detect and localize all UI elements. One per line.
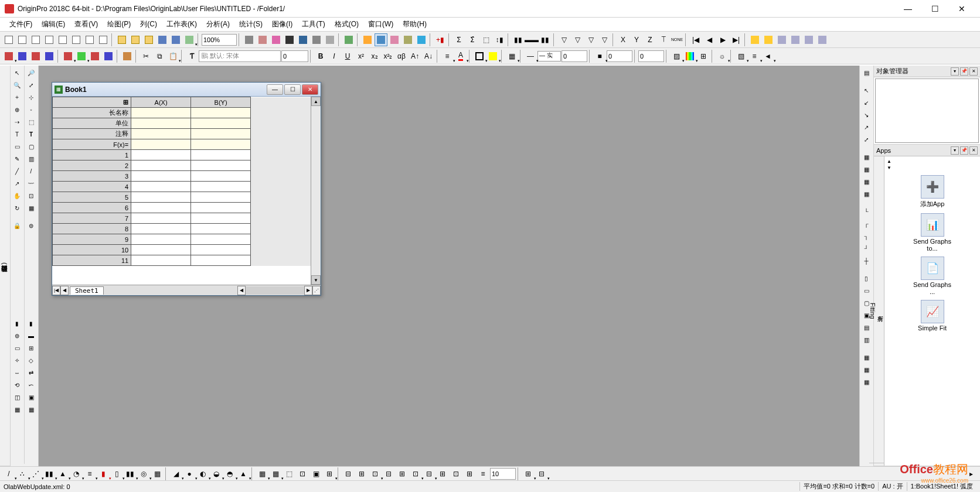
- conditional-icon[interactable]: ▽: [584, 33, 597, 46]
- wrap-icon[interactable]: ⊞: [697, 50, 710, 63]
- object-manager-body[interactable]: [875, 78, 979, 143]
- rescale-icon[interactable]: ⤢: [25, 79, 37, 91]
- data-cell[interactable]: [131, 182, 191, 192]
- rank-icon[interactable]: ↕▮: [493, 33, 506, 46]
- gtool16-icon[interactable]: ▦: [25, 404, 37, 415]
- line-icon[interactable]: /: [25, 165, 37, 177]
- gtool8-icon[interactable]: ▦: [11, 404, 23, 415]
- arrow-tool-icon[interactable]: ↗: [11, 177, 23, 189]
- row-header[interactable]: 6: [53, 203, 131, 213]
- book-title-bar[interactable]: ▦ Book1 — ☐ ✕: [52, 83, 321, 97]
- font-decrease-icon[interactable]: A↓: [422, 50, 435, 63]
- set-none-icon[interactable]: NONE: [671, 33, 683, 46]
- column-plot-icon[interactable]: ▮▮: [512, 33, 525, 46]
- rotate-icon[interactable]: ↻: [11, 202, 23, 214]
- gtool11-icon[interactable]: ⊞: [25, 342, 37, 354]
- plot4-icon[interactable]: [102, 50, 115, 63]
- font-increase-icon[interactable]: A↑: [409, 50, 421, 63]
- tool-a-icon[interactable]: ⊚: [25, 220, 37, 231]
- menu-查看v[interactable]: 查看(V): [70, 18, 103, 30]
- app4-icon[interactable]: [789, 33, 802, 46]
- app-item[interactable]: 📊Send Graphs to...: [911, 213, 954, 252]
- mask1-icon[interactable]: [2, 50, 15, 63]
- templ6-icon[interactable]: ⊞: [323, 467, 336, 480]
- row-header[interactable]: 3: [53, 171, 131, 182]
- panel-pin-icon[interactable]: 📌: [960, 67, 968, 76]
- import-wizard-icon[interactable]: [183, 33, 196, 46]
- data-cell[interactable]: [191, 192, 251, 203]
- app-item[interactable]: ➕添加App: [911, 175, 954, 209]
- 3d5-icon[interactable]: ◓: [223, 467, 236, 480]
- apps-down-icon[interactable]: ▼: [887, 165, 895, 170]
- data-cell[interactable]: [191, 182, 251, 192]
- data-cell[interactable]: [131, 203, 191, 213]
- gtool2-icon[interactable]: ⊚: [11, 330, 23, 341]
- region-icon[interactable]: ▭: [11, 141, 23, 152]
- mask-icon[interactable]: ▽: [571, 33, 584, 46]
- label-cell[interactable]: [131, 108, 191, 118]
- book-minimize-button[interactable]: —: [267, 84, 283, 95]
- palette-icon[interactable]: [683, 50, 696, 63]
- move-right-icon[interactable]: ▶: [716, 33, 729, 46]
- book-close-button[interactable]: ✕: [302, 84, 318, 95]
- pointer-icon[interactable]: ↖: [11, 67, 23, 78]
- print-preview-icon[interactable]: [256, 33, 269, 46]
- data-cursor-icon[interactable]: ⊹: [25, 91, 37, 103]
- plot5-icon[interactable]: [121, 50, 134, 63]
- digitizer-icon[interactable]: [375, 33, 387, 46]
- italic-icon[interactable]: I: [328, 50, 341, 63]
- save-template-icon[interactable]: [169, 33, 182, 46]
- data-cell[interactable]: [131, 192, 191, 203]
- new-excel-icon[interactable]: [29, 33, 42, 46]
- panel-dropdown-icon[interactable]: ▾: [951, 67, 959, 76]
- sheet-next-icon[interactable]: ◀: [237, 286, 246, 295]
- data-selector-icon[interactable]: ⇢: [11, 116, 23, 128]
- menu-统计s[interactable]: 统计(S): [234, 18, 267, 30]
- video-icon[interactable]: [297, 33, 309, 46]
- axis-bottom-icon[interactable]: ↘: [860, 109, 872, 121]
- column-header[interactable]: B(Y): [191, 97, 251, 108]
- gtool3-icon[interactable]: ▭: [11, 342, 23, 354]
- data-cell[interactable]: [191, 203, 251, 213]
- label-cell[interactable]: [131, 129, 191, 139]
- transparency-icon[interactable]: ≡: [748, 50, 761, 63]
- text-align-icon[interactable]: ≡: [441, 50, 454, 63]
- gtool15-icon[interactable]: ▣: [25, 391, 37, 403]
- menu-工具t[interactable]: 工具(T): [297, 18, 329, 30]
- symbol-shape-icon[interactable]: ■: [593, 50, 606, 63]
- data-cell[interactable]: [191, 245, 251, 255]
- superscript-icon[interactable]: x²: [355, 50, 368, 63]
- label-row-header[interactable]: 注释: [53, 129, 131, 139]
- label-cell[interactable]: [131, 118, 191, 129]
- data-cell[interactable]: [131, 213, 191, 224]
- app2-icon[interactable]: [762, 33, 775, 46]
- 3d4-icon[interactable]: ◒: [210, 467, 223, 480]
- label-cell[interactable]: [191, 118, 251, 129]
- data-cell[interactable]: [191, 255, 251, 266]
- templ1-icon[interactable]: ▦: [256, 467, 268, 480]
- line-tool-icon[interactable]: ╱: [11, 165, 23, 177]
- bar-plot-icon[interactable]: ▬▬: [525, 33, 538, 46]
- move-left-icon[interactable]: ◀: [703, 33, 716, 46]
- gtool9-icon[interactable]: ▮: [25, 317, 37, 329]
- subscript-icon[interactable]: x₂: [368, 50, 381, 63]
- dock-tab[interactable]: 项目管理器 (1): [0, 66, 10, 466]
- mask-tool-icon[interactable]: ◦: [25, 104, 37, 115]
- curve-icon[interactable]: 〰: [25, 177, 37, 189]
- sheet-first-icon[interactable]: |◀: [52, 286, 60, 295]
- gtool13-icon[interactable]: ⇄: [25, 367, 37, 378]
- open-icon[interactable]: [115, 33, 128, 46]
- menu-格式o[interactable]: 格式(O): [330, 18, 363, 30]
- advanced-filter-icon[interactable]: ▽: [598, 33, 611, 46]
- anti-alias-icon[interactable]: ▧: [734, 50, 747, 63]
- help-icon[interactable]: [415, 33, 428, 46]
- axis-left-icon[interactable]: ↙: [860, 97, 872, 108]
- axis-top-icon[interactable]: ↖: [860, 84, 872, 96]
- arrange2-icon[interactable]: ⊞: [355, 467, 368, 480]
- 3d6-icon[interactable]: ▲: [237, 467, 250, 480]
- sum-icon[interactable]: Σ: [452, 33, 465, 46]
- app-item[interactable]: 📈Simple Fit: [911, 300, 954, 332]
- arrange4-icon[interactable]: ⊟: [382, 467, 395, 480]
- menu-工作表k[interactable]: 工作表(K): [162, 18, 202, 30]
- desc-stats-icon[interactable]: ⬚: [479, 33, 492, 46]
